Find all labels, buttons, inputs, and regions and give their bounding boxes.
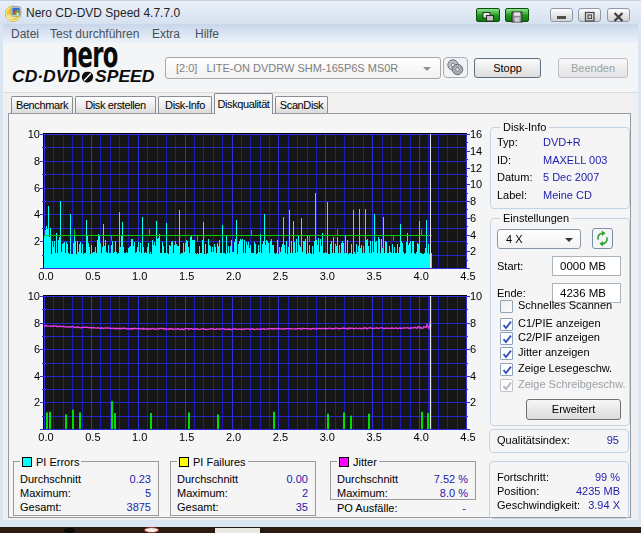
advanced-button[interactable]: Erweitert xyxy=(526,399,621,420)
disk-info-row-value: MAXELL 003 xyxy=(543,154,607,166)
desktop-artifact xyxy=(215,528,260,533)
axis-tick-label: 4.5 xyxy=(453,431,483,443)
axis-tick-label: 0.0 xyxy=(31,431,61,443)
pi-errors-box: PI ErrorsDurchschnitt0.23Maximum:5Gesamt… xyxy=(13,461,159,516)
menu-datei[interactable]: Datei xyxy=(11,27,39,41)
position-value: 4235 MB xyxy=(576,485,620,497)
axis-tick-label: 1.5 xyxy=(172,431,202,443)
menu-extra[interactable]: Extra xyxy=(152,27,180,41)
stat-row-label: Gesamt: xyxy=(20,501,62,513)
disk-info-row-label: Datum: xyxy=(497,171,532,183)
checkbox-label: Zeige Lesegeschw. xyxy=(518,362,612,374)
axis-tick-label: 8 xyxy=(18,155,40,167)
stop-button[interactable]: Stopp xyxy=(474,58,541,78)
drive-select-value: [2:0] LITE-ON DVDRW SHM-165P6S MS0R xyxy=(176,62,398,74)
axis-tick-label: 0.5 xyxy=(78,431,108,443)
close-button[interactable] xyxy=(607,8,630,22)
checkbox-schnelles-scannen[interactable] xyxy=(500,300,513,313)
settings-title: Einstellungen xyxy=(500,212,572,224)
tab-scandisk[interactable]: ScanDisk xyxy=(275,96,328,114)
maximize-icon xyxy=(579,11,600,23)
disc-glyph xyxy=(80,71,95,83)
checkbox-label: Zeige Schreibgeschw. xyxy=(518,378,626,390)
logo-subtitle-left: CD·DVD xyxy=(12,67,80,85)
pi-errors-box-title: PI Errors xyxy=(20,456,81,468)
check-icon xyxy=(501,347,514,361)
speed-select-value: 4 X xyxy=(506,233,523,245)
checkbox-zeige-schreibgeschw[interactable] xyxy=(500,379,513,392)
refresh-button[interactable] xyxy=(592,228,613,249)
check-icon xyxy=(501,379,514,393)
speed-select[interactable]: 4 X xyxy=(497,229,581,249)
stat-row-label: Durchschnitt xyxy=(337,473,398,485)
tab-disk-erstellen[interactable]: Disk erstellen xyxy=(75,96,156,114)
axis-tick-label: 2.5 xyxy=(265,270,295,282)
check-icon xyxy=(501,363,514,377)
disk-info-row-value: Meine CD xyxy=(543,189,592,201)
axis-tick-label: 0.5 xyxy=(78,270,108,282)
jitter-box: JitterDurchschnitt7.52 %Maximum:8.0 % xyxy=(330,461,476,500)
stat-row-value: 0.00 xyxy=(287,473,308,485)
progress-group: Fortschritt: 99 % Position: 4235 MB Gesc… xyxy=(489,461,629,519)
jitter-chart xyxy=(38,291,474,436)
window-border-left xyxy=(0,24,3,527)
disk-info-row-label: Typ: xyxy=(497,136,518,148)
stat-row-label: Gesamt: xyxy=(177,501,219,513)
quality-label: Qualitätsindex: xyxy=(497,434,570,446)
axis-tick-label: 6 xyxy=(18,343,40,355)
exit-button[interactable]: Beenden xyxy=(558,58,628,78)
checkbox-zeige-lesegeschw[interactable] xyxy=(500,363,513,376)
axis-tick-label: 8 xyxy=(18,317,40,329)
minimize-icon xyxy=(551,11,572,23)
app-icon xyxy=(5,5,22,22)
stat-row-label: Maximum: xyxy=(20,487,71,499)
disk-info-row-value: DVD+R xyxy=(543,136,581,148)
save-screenshot-button[interactable] xyxy=(505,8,529,22)
start-label: Start: xyxy=(497,260,523,272)
jitter-box-label: Jitter xyxy=(353,456,377,468)
tab-benchmark[interactable]: Benchmark xyxy=(11,96,73,114)
end-label: Ende: xyxy=(497,287,526,299)
drive-select[interactable]: [2:0] LITE-ON DVDRW SHM-165P6S MS0R xyxy=(165,57,441,79)
refresh-icon xyxy=(593,229,612,248)
application-window: Nero CD-DVD Speed 4.7.7.0 xyxy=(0,0,641,533)
disk-info-row-label: Label: xyxy=(497,189,527,201)
axis-tick-label: 4.5 xyxy=(453,270,483,282)
pi-failures-box: PI FailuresDurchschnitt0.00Maximum:2Gesa… xyxy=(170,461,316,516)
minimize-button[interactable] xyxy=(550,8,573,22)
axis-tick-label: 1.0 xyxy=(125,270,155,282)
axis-tick-label: 3.5 xyxy=(359,431,389,443)
progress-value: 99 % xyxy=(595,471,620,483)
axis-tick-label: 2 xyxy=(18,235,40,247)
po-failures-label: PO Ausfälle: xyxy=(337,502,398,514)
copy-screenshot-button[interactable] xyxy=(476,8,500,22)
axis-tick-label: 4 xyxy=(18,370,40,382)
title-bar: Nero CD-DVD Speed 4.7.7.0 xyxy=(0,0,641,24)
stat-row-label: Durchschnitt xyxy=(177,473,238,485)
disk-info-row-label: ID: xyxy=(497,154,511,166)
progress-label: Fortschritt: xyxy=(497,471,549,483)
menu-hilfe[interactable]: Hilfe xyxy=(195,27,219,41)
tab-disk-info[interactable]: Disk-Info xyxy=(158,96,212,114)
tab-diskqualitaet[interactable]: Diskqualität xyxy=(214,93,273,114)
axis-tick-label: 0.0 xyxy=(31,270,61,282)
copy-icon xyxy=(477,11,499,23)
checkbox-label: C2/PIF anzeigen xyxy=(518,331,600,343)
discs-icon xyxy=(444,58,467,77)
axis-tick-label: 3.0 xyxy=(312,270,342,282)
desktop-artifact xyxy=(144,527,159,533)
checkbox-c2-pif-anzeigen[interactable] xyxy=(500,332,513,345)
axis-tick-label: 2.0 xyxy=(219,431,249,443)
jitter-box-legend-swatch xyxy=(339,457,349,467)
stat-row-label: Maximum: xyxy=(177,487,228,499)
start-input[interactable]: 0000 MB xyxy=(552,256,621,276)
axis-tick-label: 10 xyxy=(18,290,40,302)
stat-row-label: Maximum: xyxy=(337,487,388,499)
axis-tick-label: 1.5 xyxy=(172,270,202,282)
save-icon xyxy=(506,11,528,23)
eject-button[interactable] xyxy=(443,57,468,78)
maximize-button[interactable] xyxy=(578,8,601,22)
checkbox-jitter-anzeigen[interactable] xyxy=(500,347,513,360)
checkbox-c1-pie-anzeigen[interactable] xyxy=(500,318,513,331)
axis-tick-label: 4.0 xyxy=(406,431,436,443)
